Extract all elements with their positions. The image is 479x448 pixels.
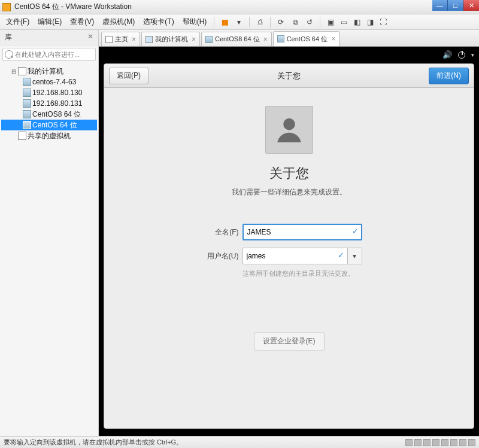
close-icon[interactable]: ×: [192, 35, 196, 44]
tab-my-computer[interactable]: 我的计算机 ×: [141, 32, 200, 46]
window-title: CentOS 64 位 - VMware Workstation: [14, 2, 132, 12]
menu-edit[interactable]: 编辑(E): [34, 16, 65, 28]
tree-label: centos-7.4-63: [32, 78, 76, 86]
device-icon[interactable]: [414, 439, 422, 446]
tree-root-shared[interactable]: 共享的虚拟机: [1, 130, 97, 141]
shared-icon: [18, 132, 26, 140]
minimize-button[interactable]: —: [432, 0, 448, 11]
device-icon[interactable]: [459, 439, 466, 446]
status-text: 要将输入定向到该虚拟机，请在虚拟机内部单击或按 Ctrl+G。: [4, 438, 183, 447]
tab-label: 主页: [115, 35, 128, 44]
leaf-icon: [11, 133, 17, 139]
revert-icon[interactable]: ↺: [305, 17, 314, 27]
vm-icon: [23, 78, 31, 86]
close-icon[interactable]: ×: [263, 35, 268, 44]
username-input[interactable]: [242, 248, 348, 264]
device-icon[interactable]: [432, 439, 439, 446]
vm-icon: [23, 89, 31, 97]
tab-label: CentOS8 64 位: [215, 35, 260, 44]
library-sidebar: 库 ✕ ⊟ 我的计算机 centos-7.4-63 192.168.80.130…: [0, 30, 99, 436]
library-title: 库: [5, 32, 12, 42]
separator: [214, 17, 214, 28]
collapse-icon[interactable]: ⊟: [11, 68, 17, 75]
tab-vm[interactable]: CentOS8 64 位 ×: [201, 32, 272, 46]
tab-label: 我的计算机: [155, 35, 188, 44]
menu-vm[interactable]: 虚拟机(M): [99, 16, 138, 28]
chevron-down-icon[interactable]: ▾: [471, 52, 474, 58]
snapshot-manager-icon[interactable]: ⧉: [290, 17, 300, 27]
unity-icon[interactable]: ▭: [339, 17, 348, 27]
separator: [320, 17, 320, 28]
tree-item-vm-selected[interactable]: CentOS 64 位: [1, 120, 97, 130]
tree-label: 192.168.80.131: [32, 99, 82, 108]
window-titlebar: CentOS 64 位 - VMware Workstation — □ ✕: [0, 0, 479, 14]
username-label: 用户名(U): [197, 251, 239, 261]
content-area: 主页 × 我的计算机 × CentOS8 64 位 × CentOS 64 位 …: [99, 30, 479, 436]
gnome-header-title: 关于您: [277, 71, 301, 81]
vm-system-tray: 🔊 ▾: [442, 50, 474, 59]
svg-point-0: [283, 118, 295, 130]
vm-icon: [23, 121, 31, 129]
tree-label: 我的计算机: [28, 66, 63, 77]
avatar-placeholder[interactable]: [265, 106, 313, 154]
stretch-icon[interactable]: ⛶: [378, 17, 388, 27]
tree-label: 共享的虚拟机: [28, 131, 71, 141]
library-tree: ⊟ 我的计算机 centos-7.4-63 192.168.80.130 192…: [0, 63, 98, 144]
gnome-header: 返回(P) 关于您 前进(N): [104, 64, 474, 88]
tab-home[interactable]: 主页 ×: [101, 32, 140, 46]
tree-label: CentOS 64 位: [32, 120, 77, 130]
username-dropdown[interactable]: ▾: [348, 248, 362, 264]
menu-file[interactable]: 文件(F): [2, 16, 33, 28]
search-input[interactable]: [2, 48, 96, 61]
view-icon-1[interactable]: ◧: [352, 17, 362, 27]
device-icon[interactable]: [423, 439, 431, 446]
user-icon: [272, 113, 306, 147]
next-button[interactable]: 前进(N): [429, 68, 469, 84]
pause-icon[interactable]: ▮▮: [220, 17, 229, 27]
fullscreen-icon[interactable]: ▣: [326, 17, 335, 27]
device-icon[interactable]: [468, 439, 475, 446]
vm-display[interactable]: 🔊 ▾ 返回(P) 关于您 前进(N) 关于您 我们需要一些详细信息来完成设置。: [99, 47, 479, 436]
close-icon[interactable]: ×: [132, 35, 136, 44]
window-controls: — □ ✕: [432, 0, 479, 11]
close-button[interactable]: ✕: [463, 0, 479, 11]
fullname-input[interactable]: [242, 224, 362, 240]
tree-label: CentOS8 64 位: [32, 109, 81, 120]
volume-icon[interactable]: 🔊: [442, 50, 452, 59]
vm-icon: [23, 110, 31, 118]
menu-view[interactable]: 查看(V): [66, 16, 98, 28]
close-icon[interactable]: ✕: [87, 32, 93, 42]
app-icon: [2, 3, 11, 11]
power-icon[interactable]: [458, 51, 465, 59]
about-form: 全名(F) 用户名(U) ▾: [197, 224, 381, 278]
status-bar: 要将输入定向到该虚拟机，请在虚拟机内部单击或按 Ctrl+G。: [0, 436, 479, 448]
device-icon[interactable]: [405, 439, 413, 446]
back-button[interactable]: 返回(P): [109, 68, 148, 84]
chevron-down-icon[interactable]: ▾: [234, 17, 244, 27]
device-icon[interactable]: [450, 439, 457, 446]
username-note: 这将用于创建您的主目录且无法更改。: [242, 269, 381, 278]
tree-root-my-computer[interactable]: ⊟ 我的计算机: [1, 66, 97, 77]
vm-icon: [205, 36, 213, 43]
send-key-icon[interactable]: ⎙: [255, 17, 265, 27]
monitor-icon: [145, 36, 153, 43]
library-search: [2, 48, 96, 61]
close-icon[interactable]: ×: [331, 35, 335, 43]
menu-tabs[interactable]: 选项卡(T): [140, 16, 177, 28]
fullname-label: 全名(F): [197, 227, 239, 237]
tree-item-vm[interactable]: 192.168.80.131: [1, 98, 97, 109]
tree-item-vm[interactable]: CentOS8 64 位: [1, 109, 97, 120]
snapshot-icon[interactable]: ⟳: [276, 17, 286, 27]
view-icon-2[interactable]: ◨: [365, 17, 375, 27]
vm-icon: [277, 35, 284, 42]
about-subheading: 我们需要一些详细信息来完成设置。: [232, 187, 347, 197]
maximize-button[interactable]: □: [448, 0, 463, 11]
menu-help[interactable]: 帮助(H): [179, 16, 211, 28]
tree-item-vm[interactable]: centos-7.4-63: [1, 77, 97, 87]
device-icon[interactable]: [441, 439, 448, 446]
tree-item-vm[interactable]: 192.168.80.130: [1, 87, 97, 98]
tab-label: CentOS 64 位: [287, 35, 328, 44]
enterprise-login-button[interactable]: 设置企业登录(E): [254, 332, 325, 351]
library-header: 库 ✕: [0, 30, 98, 45]
tab-vm-active[interactable]: CentOS 64 位 ×: [273, 31, 340, 46]
